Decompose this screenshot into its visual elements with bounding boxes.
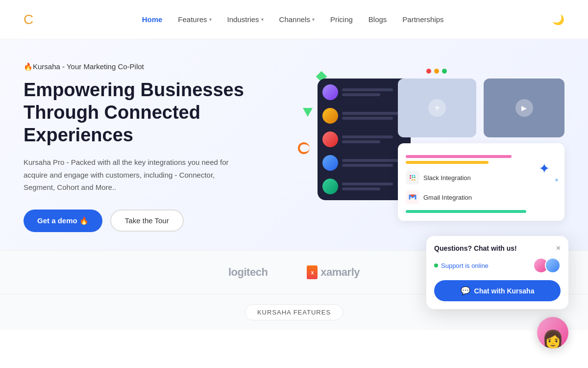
chat-item: [322, 108, 406, 124]
features-badge: KURSAHA FEATURES: [245, 304, 343, 320]
chat-close-button[interactable]: ×: [556, 244, 561, 253]
dark-mode-button[interactable]: 🌙: [552, 14, 564, 26]
nav-right: 🌙: [552, 14, 564, 26]
chat-line: [342, 164, 393, 167]
examarly-icon: x: [307, 265, 318, 279]
hero-title: Empowering Businesses Through Connected …: [24, 79, 278, 146]
get-demo-button[interactable]: Get a demo 🔥: [24, 210, 102, 232]
logo-logitech: logitech: [228, 266, 268, 279]
chat-line: [342, 140, 380, 143]
panel-top-left: +: [398, 79, 476, 137]
play-icon: ▶: [515, 99, 533, 117]
nav-link-home[interactable]: Home: [142, 15, 163, 24]
avatar: [322, 84, 338, 100]
chat-widget-header: Questions? Chat with us! ×: [434, 244, 561, 253]
navbar: C Home Features ▾ Industries ▾ Channels …: [0, 0, 588, 39]
star-big-decoration: ✦: [539, 160, 550, 177]
panel-top-right: ▶: [484, 79, 564, 137]
hero-tagline: 🔥Kursaha - Your Marketing Co-Pilot: [24, 62, 278, 71]
chat-line: [342, 135, 393, 138]
support-avatar-emoji: 👩: [542, 331, 564, 348]
chat-line: [342, 183, 393, 185]
online-label: Support is online: [441, 262, 489, 269]
online-dot: [434, 263, 438, 267]
chat-item: [322, 84, 406, 100]
chat-line: [342, 117, 393, 120]
progress-bar-green: [406, 210, 526, 213]
chat-line: [342, 88, 393, 91]
triangle-decoration: [303, 108, 313, 117]
slack-label: Slack Integration: [423, 174, 471, 182]
progress-bar-pink: [406, 155, 512, 158]
slack-icon: [406, 171, 419, 184]
nav-links: Home Features ▾ Industries ▾ Channels ▾ …: [142, 15, 444, 24]
hero-visual: + ▶ Slack Integration: [288, 64, 564, 231]
support-avatar-2: [545, 258, 561, 273]
hero-content: 🔥Kursaha - Your Marketing Co-Pilot Empow…: [24, 62, 278, 232]
chat-line: [342, 159, 403, 162]
chat-item: [322, 155, 406, 171]
chat-item: [322, 131, 406, 147]
star-small-decoration: ✦: [554, 176, 560, 184]
slack-integration-row: Slack Integration: [406, 171, 557, 184]
chevron-down-icon: ▾: [312, 17, 315, 22]
chevron-down-icon: ▾: [261, 17, 264, 22]
chevron-down-icon: ▾: [209, 17, 212, 22]
chat-preview-panel: [318, 79, 411, 200]
avatar: [322, 155, 338, 171]
chat-widget-title: Questions? Chat with us!: [434, 244, 517, 252]
chat-line: [342, 93, 380, 96]
integrations-panel: Slack Integration Gmail Integration: [398, 143, 564, 221]
logo-examarly: x xamarly: [307, 265, 360, 279]
chat-icon: 💬: [461, 286, 470, 295]
chat-online-status: Support is online: [434, 258, 561, 273]
take-tour-button[interactable]: Take the Tour: [110, 210, 184, 232]
nav-link-blogs[interactable]: Blogs: [368, 15, 387, 24]
hero-description: Kursaha Pro - Packed with all the key in…: [24, 156, 229, 194]
gmail-label: Gmail Integration: [423, 194, 472, 201]
avatar: [322, 179, 338, 194]
chat-with-kursaha-button[interactable]: 💬 Chat with Kursaha: [434, 280, 561, 301]
chat-item: [322, 179, 406, 194]
floating-support-avatar[interactable]: 👩: [537, 317, 568, 348]
right-panels: + ▶ Slack Integration: [398, 64, 564, 231]
chat-line: [342, 187, 380, 190]
avatar: [322, 131, 338, 147]
progress-bars-bottom: [406, 210, 557, 213]
progress-bar-yellow: [406, 161, 489, 164]
hero-section: 🔥Kursaha - Your Marketing Co-Pilot Empow…: [0, 39, 588, 250]
logo[interactable]: C: [24, 12, 33, 27]
gmail-integration-row: Gmail Integration: [406, 190, 557, 204]
gmail-icon: [406, 190, 419, 204]
hero-buttons: Get a demo 🔥 Take the Tour: [24, 210, 278, 232]
avatar: [322, 108, 338, 124]
nav-link-industries[interactable]: Industries ▾: [227, 15, 264, 24]
nav-link-features[interactable]: Features ▾: [178, 15, 211, 24]
nav-link-pricing[interactable]: Pricing: [330, 15, 353, 24]
nav-link-channels[interactable]: Channels ▾: [279, 15, 315, 24]
nav-link-partnerships[interactable]: Partnerships: [402, 15, 443, 24]
chat-line: [342, 112, 403, 115]
progress-bars-top: [406, 155, 557, 164]
chat-widget: Questions? Chat with us! × Support is on…: [426, 236, 568, 309]
plus-icon: +: [428, 99, 446, 117]
c-shape-decoration: [298, 142, 310, 154]
